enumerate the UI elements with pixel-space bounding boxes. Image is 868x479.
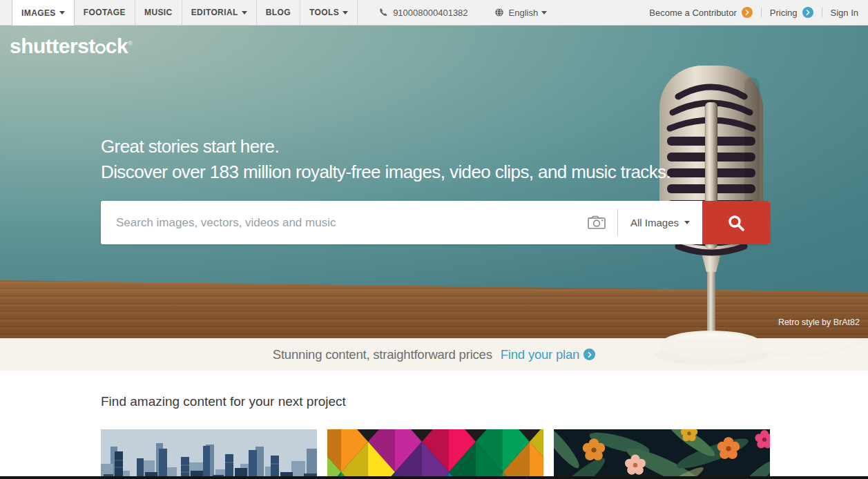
phone-number: 910008000401382	[393, 8, 467, 18]
image-credit: Retro style by BrAt82	[778, 317, 860, 327]
banner-text: Stunning content, straightforward prices	[273, 347, 492, 362]
search-button[interactable]	[702, 201, 770, 244]
pricing-link[interactable]: Pricing	[770, 7, 813, 18]
search-bar: All Images	[101, 201, 770, 244]
divider	[761, 8, 762, 17]
tab-label: FOOTAGE	[84, 8, 126, 17]
tab-label: MUSIC	[144, 8, 173, 17]
primary-tabs: IMAGES FOOTAGE MUSIC EDITORIAL BLOG TOOL…	[12, 0, 358, 25]
chevron-right-circle-icon	[802, 7, 813, 18]
thumbnail-city-skyline[interactable]	[101, 429, 317, 479]
phone-icon	[378, 8, 388, 17]
become-contributor-link[interactable]: Become a Contributor	[649, 7, 752, 18]
chevron-down-icon	[684, 221, 690, 224]
chevron-down-icon	[343, 11, 348, 14]
chevron-down-icon	[242, 11, 247, 14]
chevron-down-icon	[541, 11, 547, 14]
tab-images[interactable]: IMAGES	[12, 0, 75, 26]
chevron-right-circle-icon	[742, 7, 753, 18]
media-type-dropdown[interactable]: All Images	[618, 201, 702, 244]
shutterstock-logo[interactable]: shutterstck®	[10, 35, 132, 58]
tab-label: BLOG	[266, 8, 291, 17]
search-input[interactable]	[101, 201, 576, 244]
thumbnail-colorful-diamonds[interactable]	[327, 429, 543, 479]
tab-footage[interactable]: FOOTAGE	[75, 0, 135, 25]
chevron-right-circle-icon	[584, 349, 595, 360]
phone-contact: 910008000401382	[378, 0, 467, 25]
tab-label: TOOLS	[309, 8, 339, 17]
find-your-plan-link[interactable]: Find your plan	[501, 347, 595, 362]
content-heading: Find amazing content for your next proje…	[101, 394, 346, 409]
sign-in-link[interactable]: Sign In	[831, 8, 858, 18]
shutter-o-icon	[95, 43, 106, 54]
shutterstock-homepage: IMAGES FOOTAGE MUSIC EDITORIAL BLOG TOOL…	[0, 0, 868, 479]
search-icon	[726, 213, 746, 233]
thumbnail-tropical-floral[interactable]	[554, 429, 770, 479]
content-thumbnails	[101, 429, 770, 479]
logo-text-left: shutterst	[10, 35, 95, 57]
top-navigation-bar: IMAGES FOOTAGE MUSIC EDITORIAL BLOG TOOL…	[0, 0, 868, 26]
tab-blog[interactable]: BLOG	[257, 0, 300, 25]
contributor-label: Become a Contributor	[649, 8, 736, 18]
pricing-label: Pricing	[770, 8, 798, 18]
tab-label: IMAGES	[21, 8, 56, 18]
chevron-down-icon	[59, 11, 65, 14]
tab-editorial[interactable]: EDITORIAL	[182, 0, 257, 25]
registered-mark: ®	[128, 40, 132, 47]
search-by-image-button[interactable]	[576, 201, 617, 244]
media-type-label: All Images	[630, 217, 679, 228]
top-right-links: Become a Contributor Pricing Sign In	[649, 0, 858, 25]
divider	[822, 8, 822, 17]
bottom-edge-strip	[0, 476, 868, 479]
language-label: English	[509, 8, 539, 18]
globe-icon	[494, 8, 504, 17]
tab-tools[interactable]: TOOLS	[300, 0, 358, 25]
tab-label: EDITORIAL	[191, 8, 238, 17]
logo-text-right: ck	[106, 35, 128, 57]
language-selector[interactable]: English	[494, 0, 548, 25]
pricing-banner: Stunning content, straightforward prices…	[0, 338, 868, 371]
signin-label: Sign In	[831, 8, 858, 18]
tab-music[interactable]: MUSIC	[135, 0, 182, 25]
camera-icon	[587, 215, 606, 231]
find-your-plan-label: Find your plan	[501, 347, 579, 362]
